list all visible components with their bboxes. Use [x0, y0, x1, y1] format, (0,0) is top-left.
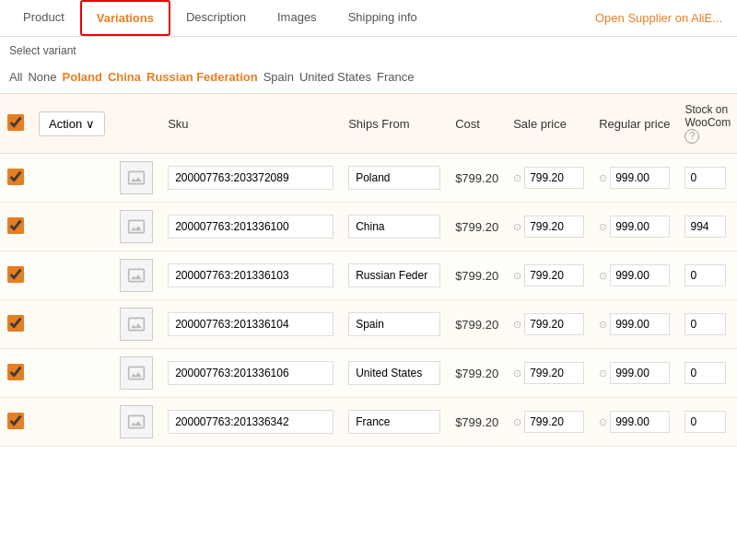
row-sku-cell — [160, 203, 341, 251]
row-cost-cell: $799.20 — [448, 398, 506, 447]
stock-input[interactable] — [684, 216, 726, 238]
tab-shipping-info[interactable]: Shipping info — [333, 0, 433, 36]
row-sale-price-cell: ⊙ — [506, 349, 591, 398]
filter-spain[interactable]: Spain — [263, 70, 294, 84]
tab-images[interactable]: Images — [262, 0, 333, 36]
sku-input[interactable] — [168, 263, 333, 287]
sku-input[interactable] — [168, 361, 333, 385]
row-sku-cell — [160, 251, 341, 300]
sale-price-input[interactable] — [524, 264, 584, 286]
stock-input[interactable] — [684, 264, 726, 286]
row-regular-price-cell: ⊙ — [591, 154, 677, 203]
row-action-cell — [31, 398, 112, 447]
sale-price-wrap: ⊙ — [513, 313, 584, 335]
action-dropdown-button[interactable]: Action ∨ — [39, 111, 105, 136]
row-stock-cell — [677, 349, 737, 398]
row-checkbox[interactable] — [7, 266, 24, 283]
row-checkbox[interactable] — [7, 169, 24, 185]
filter-none[interactable]: None — [28, 70, 56, 84]
regular-price-input[interactable] — [610, 411, 670, 433]
regular-price-icon: ⊙ — [599, 221, 607, 233]
regular-price-wrap: ⊙ — [599, 264, 670, 286]
sale-price-input[interactable] — [524, 411, 584, 433]
row-ships-from-cell — [341, 203, 448, 251]
row-ships-from-cell — [341, 398, 448, 447]
row-ships-from-cell — [341, 251, 448, 300]
regular-price-input[interactable] — [610, 313, 670, 335]
ships-from-input[interactable] — [348, 166, 440, 190]
sku-input[interactable] — [168, 312, 333, 336]
regular-price-input[interactable] — [610, 362, 670, 384]
stock-input[interactable] — [684, 313, 726, 335]
col-header-sale-price: Sale price — [506, 94, 591, 154]
row-action-cell — [31, 349, 112, 398]
regular-price-input[interactable] — [610, 167, 670, 189]
sale-price-input[interactable] — [524, 362, 584, 384]
filter-france[interactable]: France — [377, 70, 414, 84]
row-cost-cell: $799.20 — [448, 251, 506, 300]
sale-price-wrap: ⊙ — [513, 362, 584, 384]
select-variant-label: Select variant — [0, 37, 737, 64]
col-header-regular-price: Regular price — [591, 94, 677, 154]
row-regular-price-cell: ⊙ — [591, 251, 677, 300]
sku-input[interactable] — [168, 410, 333, 434]
row-checkbox-cell — [0, 154, 31, 203]
sku-input[interactable] — [168, 166, 333, 190]
row-checkbox[interactable] — [7, 413, 24, 429]
row-regular-price-cell: ⊙ — [591, 300, 677, 349]
col-header-ships-from: Ships From — [341, 94, 448, 154]
row-ships-from-cell — [341, 154, 448, 203]
row-regular-price-cell: ⊙ — [591, 203, 677, 251]
col-header-action: Action ∨ — [31, 94, 112, 154]
regular-price-input[interactable] — [610, 216, 670, 238]
ships-from-input[interactable] — [348, 312, 440, 336]
sale-price-icon: ⊙ — [513, 368, 521, 379]
table-row: $799.20 ⊙ ⊙ — [0, 203, 737, 251]
stock-input[interactable] — [684, 411, 726, 433]
select-all-checkbox[interactable] — [7, 114, 24, 131]
sale-price-input[interactable] — [524, 167, 584, 189]
product-image-placeholder — [120, 308, 153, 341]
row-image-cell — [112, 349, 160, 398]
row-ships-from-cell — [341, 349, 448, 398]
image-icon — [127, 315, 146, 333]
sale-price-icon: ⊙ — [513, 319, 521, 331]
row-stock-cell — [677, 251, 737, 300]
filter-poland[interactable]: Poland — [63, 70, 102, 84]
sale-price-input[interactable] — [524, 216, 584, 238]
tab-product[interactable]: Product — [7, 0, 80, 36]
filter-all[interactable]: All — [9, 70, 22, 84]
sale-price-input[interactable] — [524, 313, 584, 335]
stock-input[interactable] — [684, 167, 726, 189]
row-sku-cell — [160, 349, 341, 398]
filter-russia[interactable]: Russian Federation — [146, 70, 258, 84]
filter-china[interactable]: China — [108, 70, 141, 84]
row-sale-price-cell: ⊙ — [506, 154, 591, 203]
regular-price-input[interactable] — [610, 264, 670, 286]
row-checkbox[interactable] — [7, 315, 24, 332]
variations-table: Action ∨ Sku Ships From Cost Sale price … — [0, 93, 737, 447]
ships-from-input[interactable] — [348, 263, 440, 287]
stock-help-icon[interactable]: ? — [684, 129, 699, 144]
row-checkbox[interactable] — [7, 217, 24, 234]
stock-input[interactable] — [684, 362, 726, 384]
row-image-cell — [112, 251, 160, 300]
regular-price-wrap: ⊙ — [599, 411, 670, 433]
ships-from-input[interactable] — [348, 410, 440, 434]
row-cost-cell: $799.20 — [448, 300, 506, 349]
row-checkbox[interactable] — [7, 364, 24, 380]
image-icon — [127, 413, 146, 431]
filter-us[interactable]: United States — [299, 70, 371, 84]
variations-table-container: Action ∨ Sku Ships From Cost Sale price … — [0, 93, 737, 447]
product-image-placeholder — [120, 405, 153, 438]
ships-from-input[interactable] — [348, 361, 440, 385]
row-action-cell — [31, 300, 112, 349]
sku-input[interactable] — [168, 215, 333, 239]
tab-variations[interactable]: Variations — [80, 0, 170, 36]
open-supplier-link[interactable]: Open Supplier on AliE... — [588, 2, 730, 34]
tab-description[interactable]: Description — [170, 0, 262, 36]
product-image-placeholder — [120, 356, 153, 390]
row-image-cell — [112, 398, 160, 447]
ships-from-input[interactable] — [348, 215, 440, 239]
image-icon — [127, 169, 146, 187]
